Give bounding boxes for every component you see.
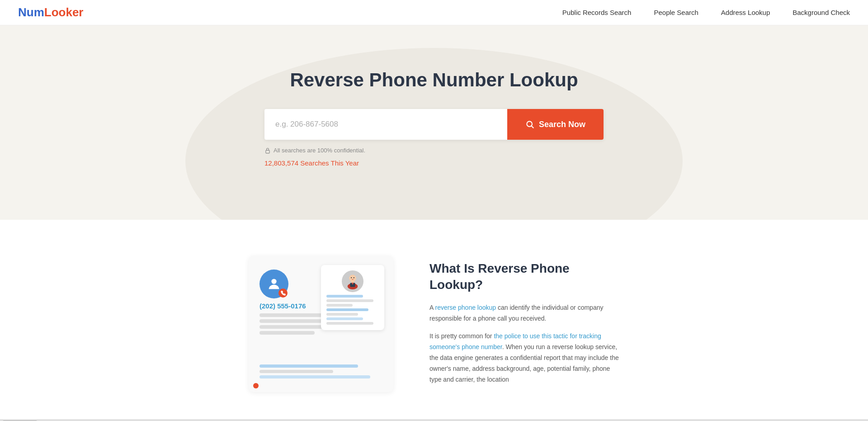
para1-prefix: A [429, 304, 435, 311]
svg-point-0 [527, 121, 532, 127]
profile-card-overlay [321, 265, 384, 330]
illustration-card: (202) 555-0176 [249, 256, 393, 392]
what-is-para1: A reverse phone lookup can identify the … [429, 303, 619, 324]
hero-content: Reverse Phone Number Lookup Search Now A… [253, 69, 615, 167]
profile-line-6 [326, 317, 363, 320]
nav-public-records[interactable]: Public Records Search [562, 9, 632, 16]
nav-people-search[interactable]: People Search [654, 9, 698, 16]
what-is-para2: It is pretty common for the police to us… [429, 331, 619, 385]
search-button-label: Search Now [539, 120, 585, 129]
para1-highlight: reverse phone lookup [435, 304, 496, 311]
confidential-text: All searches are 100% confidential. [274, 147, 365, 154]
nav-address-lookup[interactable]: Address Lookup [721, 9, 770, 16]
phone-icon [281, 291, 286, 296]
hero-title: Reverse Phone Number Lookup [290, 69, 578, 91]
svg-rect-2 [266, 150, 269, 153]
bottom-line-1 [259, 364, 358, 368]
what-is-title: What Is Reverse Phone Lookup? [429, 260, 619, 293]
svg-point-3 [271, 279, 276, 284]
bottom-line-3 [259, 375, 370, 378]
logo-num: Num [18, 5, 44, 19]
bottom-line-2 [259, 370, 333, 373]
nav-background-check[interactable]: Background Check [793, 9, 850, 16]
line-4 [259, 331, 315, 335]
logo-looker: Looker [44, 5, 84, 19]
person-icon [266, 276, 282, 292]
hero-section: Reverse Phone Number Lookup Search Now A… [0, 25, 868, 220]
avatar-left [259, 270, 288, 298]
businessman-icon [344, 273, 361, 289]
logo[interactable]: NumLooker [18, 5, 83, 19]
profile-line-5 [326, 313, 358, 316]
phone-search-input[interactable] [264, 109, 507, 140]
search-bar: Search Now [264, 109, 604, 140]
profile-line-3 [326, 304, 353, 307]
confidential-row: All searches are 100% confidential. [264, 147, 365, 154]
profile-avatar [342, 270, 363, 292]
profile-lines [326, 295, 379, 325]
svg-line-1 [532, 126, 534, 128]
orange-dot-decoration [253, 383, 259, 388]
search-icon [525, 120, 534, 129]
lower-section: (202) 555-0176 [0, 220, 868, 419]
lock-icon [264, 147, 271, 154]
profile-line-4 [326, 308, 368, 311]
search-now-button[interactable]: Search Now [507, 109, 604, 140]
para2-prefix: It is pretty common for [429, 332, 494, 340]
scrollbar-container [0, 419, 868, 421]
svg-point-9 [351, 277, 352, 278]
header: NumLooker Public Records Search People S… [0, 0, 868, 25]
phone-badge [278, 289, 288, 298]
profile-line-1 [326, 295, 363, 298]
main-nav: Public Records Search People Search Addr… [562, 9, 850, 16]
bottom-lines [259, 346, 382, 378]
phone-number-display: (202) 555-0176 [259, 302, 306, 310]
profile-line-7 [326, 322, 373, 325]
svg-point-6 [350, 276, 355, 281]
searches-count: 12,803,574 Searches This Year [264, 159, 359, 167]
profile-line-2 [326, 299, 373, 302]
svg-point-10 [354, 277, 354, 278]
what-is-section: What Is Reverse Phone Lookup? A reverse … [429, 256, 619, 392]
